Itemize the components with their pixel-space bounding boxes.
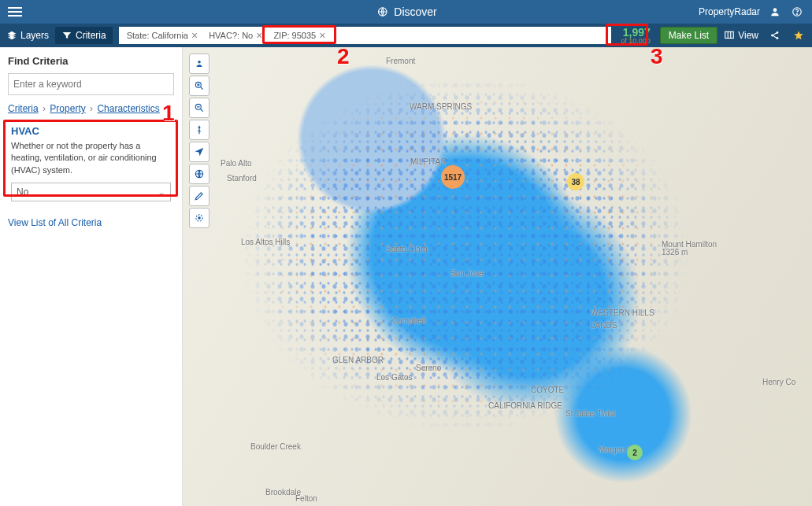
globe-tool-icon[interactable]	[189, 164, 209, 184]
layers-label: Layers	[20, 30, 49, 41]
page-title-text: Discover	[394, 6, 436, 18]
chip-close-icon[interactable]: ×	[319, 29, 325, 42]
chip-hvac[interactable]: HVAC?: No ×	[204, 28, 267, 43]
count-of: of 10,000	[621, 38, 651, 45]
chip-label: ZIP: 95035	[273, 31, 316, 40]
user-icon[interactable]	[768, 5, 782, 19]
criterion-panel: HVAC Whether or not the property has a h…	[8, 120, 174, 206]
zoom-in-icon[interactable]	[189, 76, 209, 96]
chip-close-icon[interactable]: ×	[191, 29, 198, 42]
criterion-description: Whether or not the property has a heatin…	[11, 140, 171, 176]
hamburger-menu-icon[interactable]	[8, 7, 22, 17]
map-cluster-marker[interactable]: 2	[627, 445, 643, 460]
pin-icon[interactable]	[189, 120, 209, 140]
main-content: Find Criteria Criteria › Property › Char…	[0, 47, 812, 506]
map-cluster-marker[interactable]: 38	[567, 173, 584, 190]
star-icon[interactable]	[792, 28, 806, 42]
map-tools	[189, 54, 209, 228]
filter-toolbar: Layers Criteria State: California × HVAC…	[0, 24, 812, 47]
chip-close-icon[interactable]: ×	[256, 29, 262, 42]
globe-icon	[375, 5, 389, 19]
criteria-breadcrumbs: Criteria › Property › Characteristics	[8, 103, 174, 114]
chip-zip[interactable]: ZIP: 95035 ×	[269, 28, 330, 43]
brand-label: PropertyRadar	[699, 6, 760, 17]
page-title: Discover	[375, 5, 436, 19]
make-list-button[interactable]: Make List	[660, 27, 717, 44]
target-refresh-icon[interactable]	[189, 208, 209, 228]
pencil-icon[interactable]	[189, 186, 209, 206]
active-filters-bar: State: California × HVAC?: No × ZIP: 950…	[119, 27, 612, 44]
view-label: View	[738, 30, 758, 41]
criteria-sidebar: Find Criteria Criteria › Property › Char…	[0, 47, 183, 506]
svg-point-3	[797, 13, 798, 14]
svg-point-8	[198, 61, 201, 64]
criteria-search-input[interactable]	[8, 73, 174, 95]
breadcrumb-criteria[interactable]: Criteria	[8, 103, 39, 114]
map-canvas[interactable]: FremontStanfordMILPITASSanta ClaraSan Jo…	[183, 47, 812, 506]
help-icon[interactable]	[790, 5, 804, 19]
breadcrumb-characteristics[interactable]: Characteristics	[97, 103, 159, 114]
breadcrumb-sep: ›	[41, 103, 47, 114]
chip-label: State: California	[127, 31, 188, 40]
criterion-title: HVAC	[11, 125, 171, 137]
map-cluster-marker[interactable]: 1517	[441, 165, 465, 189]
find-criteria-heading: Find Criteria	[8, 55, 174, 67]
person-pin-icon[interactable]	[189, 54, 209, 74]
top-bar: Discover PropertyRadar	[0, 0, 812, 24]
svg-rect-4	[725, 31, 734, 38]
svg-point-13	[198, 217, 200, 219]
breadcrumb-property[interactable]: Property	[50, 103, 85, 114]
layers-button[interactable]: Layers	[6, 30, 49, 41]
view-button[interactable]: View	[724, 30, 758, 41]
chip-label: HVAC?: No	[209, 31, 253, 40]
criterion-value: No	[17, 187, 28, 198]
criterion-select[interactable]: No ⌄	[11, 183, 171, 201]
count-number: 1,997	[621, 27, 651, 38]
breadcrumb-sep: ›	[88, 103, 95, 114]
result-count: 1,997 of 10,000	[617, 27, 654, 45]
view-all-criteria-link[interactable]: View List of All Criteria	[8, 217, 102, 228]
chevron-down-icon: ⌄	[158, 187, 165, 198]
zoom-out-icon[interactable]	[189, 98, 209, 118]
location-arrow-icon[interactable]	[189, 142, 209, 162]
share-icon[interactable]	[768, 28, 782, 42]
criteria-button[interactable]: Criteria	[55, 27, 113, 44]
chip-state[interactable]: State: California ×	[122, 28, 202, 43]
map-background	[183, 47, 812, 506]
criteria-label: Criteria	[76, 30, 106, 41]
svg-point-1	[773, 8, 777, 12]
